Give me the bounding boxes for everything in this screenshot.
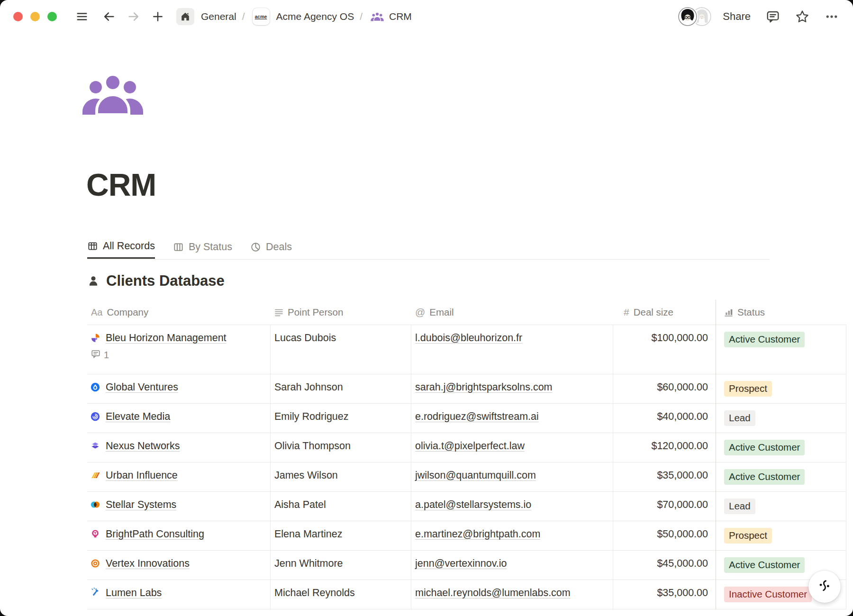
deal-size-cell[interactable]: $60,000.00 (613, 374, 716, 403)
crm-page-icon-small (370, 11, 384, 22)
column-header-status[interactable]: Status (716, 300, 846, 325)
column-label: Status (737, 307, 765, 318)
share-button[interactable]: Share (723, 10, 751, 23)
table-row: Bleu Horizon Management 1 Lucas Dubois l… (87, 325, 846, 374)
company-link[interactable]: Vertex Innovations (106, 557, 190, 570)
email-link[interactable]: a.patel@stellarsystems.io (415, 499, 531, 510)
point-person-cell[interactable]: Lucas Dubois (271, 325, 411, 374)
more-options-icon[interactable] (825, 9, 839, 24)
email-cell[interactable]: e.rodriguez@swiftstream.ai (411, 404, 613, 433)
company-link[interactable]: Urban Influence (106, 469, 178, 482)
company-link[interactable]: Lumen Labs (106, 587, 162, 599)
tab-label: By Status (189, 241, 232, 253)
point-person-cell[interactable]: Olivia Thompson (271, 433, 411, 462)
deal-size-cell[interactable]: $50,000.00 (613, 521, 716, 550)
company-link[interactable]: Elevate Media (106, 410, 170, 423)
urban-influence-logo-icon (90, 470, 100, 480)
favorite-star-icon[interactable] (795, 9, 809, 24)
deal-size-cell[interactable]: $70,000.00 (613, 492, 716, 521)
deal-size-cell[interactable]: $100,000.00 (613, 325, 716, 374)
column-header-deal-size[interactable]: #Deal size (613, 300, 716, 325)
point-person-cell[interactable]: Elena Martinez (271, 521, 411, 550)
status-cell[interactable]: Lead (716, 492, 846, 521)
comment-count[interactable]: 1 (90, 349, 266, 362)
breadcrumb-page[interactable]: CRM (389, 11, 412, 22)
email-link[interactable]: e.martinez@brightpath.com (415, 528, 540, 540)
deal-size-cell[interactable]: $45,000.00 (613, 551, 716, 580)
property-email-icon: @ (415, 307, 425, 318)
bleu-horizon-logo-icon (90, 333, 100, 343)
sidebar-toggle-icon[interactable] (76, 10, 88, 23)
status-cell[interactable]: Active Customer (716, 462, 846, 491)
forward-button[interactable] (127, 10, 140, 23)
tabs-divider (87, 259, 770, 260)
page-icon-people[interactable] (80, 71, 146, 118)
point-person-cell[interactable]: Jenn Whitmore (271, 551, 411, 580)
point-person-cell[interactable]: Emily Rodriguez (271, 404, 411, 433)
column-header-company[interactable]: AaCompany (87, 300, 271, 325)
email-link[interactable]: jwilson@quantumquill.com (415, 470, 536, 481)
email-link[interactable]: e.rodriguez@swiftstream.ai (415, 411, 539, 422)
notion-ai-button[interactable] (808, 571, 841, 603)
breadcrumb-general[interactable]: General (201, 11, 236, 22)
email-cell[interactable]: michael.reynolds@lumenlabs.com (411, 580, 613, 609)
email-link[interactable]: olivia.t@pixelperfect.law (415, 440, 525, 452)
email-cell[interactable]: sarah.j@brightsparksolns.com (411, 374, 613, 403)
point-person-cell[interactable]: James Wilson (271, 462, 411, 491)
tab-by-status[interactable]: By Status (173, 235, 232, 259)
status-cell[interactable]: Active Customer (716, 325, 846, 374)
status-badge: Active Customer (724, 440, 805, 455)
home-breadcrumb-chip[interactable] (176, 8, 194, 25)
email-cell[interactable]: jenn@vertexinnov.io (411, 551, 613, 580)
point-person-cell[interactable]: Michael Reynolds (271, 580, 411, 609)
column-header-email[interactable]: @Email (411, 300, 613, 325)
breadcrumb-separator: / (242, 11, 245, 22)
zoom-window-button[interactable] (47, 12, 57, 21)
deal-size-cell[interactable]: $120,000.00 (613, 433, 716, 462)
back-button[interactable] (102, 10, 116, 23)
status-badge: Active Customer (724, 557, 805, 573)
breadcrumb-separator-2: / (360, 11, 363, 22)
company-link[interactable]: Global Ventures (106, 381, 178, 394)
company-cell: Urban Influence (87, 462, 271, 491)
email-cell[interactable]: jwilson@quantumquill.com (411, 462, 613, 491)
workspace-logo[interactable]: acme (253, 8, 270, 25)
company-cell: Elevate Media (87, 404, 271, 433)
company-link[interactable]: Stellar Systems (106, 498, 176, 511)
avatar[interactable] (678, 7, 697, 26)
status-cell[interactable]: Prospect (716, 521, 846, 550)
tab-all-records[interactable]: All Records (87, 235, 155, 259)
deal-size-cell[interactable]: $40,000.00 (613, 404, 716, 433)
breadcrumb-workspace[interactable]: Acme Agency OS (276, 11, 354, 22)
deal-size-cell[interactable]: $35,000.00 (613, 580, 716, 609)
company-link[interactable]: Bleu Horizon Management (106, 332, 227, 344)
email-link[interactable]: jenn@vertexinnov.io (415, 558, 507, 569)
tab-deals[interactable]: Deals (250, 235, 292, 259)
email-link[interactable]: sarah.j@brightsparksolns.com (415, 381, 553, 393)
close-window-button[interactable] (13, 12, 23, 21)
company-link[interactable]: BrightPath Consulting (106, 528, 204, 541)
point-person-cell[interactable]: Aisha Patel (271, 492, 411, 521)
company-link[interactable]: Nexus Networks (106, 440, 180, 453)
minimize-window-button[interactable] (30, 12, 40, 21)
lumen-labs-logo-icon (90, 588, 100, 598)
email-link[interactable]: l.dubois@bleuhorizon.fr (415, 332, 522, 344)
status-cell[interactable]: Active Customer (716, 433, 846, 462)
new-tab-button[interactable] (152, 10, 164, 23)
comments-icon[interactable] (766, 9, 780, 24)
email-link[interactable]: michael.reynolds@lumenlabs.com (415, 587, 571, 598)
brightpath-logo-icon (90, 529, 100, 539)
status-cell[interactable]: Lead (716, 404, 846, 433)
email-cell[interactable]: l.dubois@bleuhorizon.fr (411, 325, 613, 374)
nexus-networks-logo-icon (90, 441, 100, 451)
column-header-point-person[interactable]: Point Person (271, 300, 411, 325)
point-person-cell[interactable]: Sarah Johnson (271, 374, 411, 403)
email-cell[interactable]: a.patel@stellarsystems.io (411, 492, 613, 521)
email-cell[interactable]: olivia.t@pixelperfect.law (411, 433, 613, 462)
person-icon (87, 275, 100, 287)
email-cell[interactable]: e.martinez@brightpath.com (411, 521, 613, 550)
view-tabs: All RecordsBy StatusDeals (87, 235, 292, 259)
status-cell[interactable]: Prospect (716, 374, 846, 403)
collaborator-avatars (678, 7, 711, 26)
deal-size-cell[interactable]: $35,000.00 (613, 462, 716, 491)
